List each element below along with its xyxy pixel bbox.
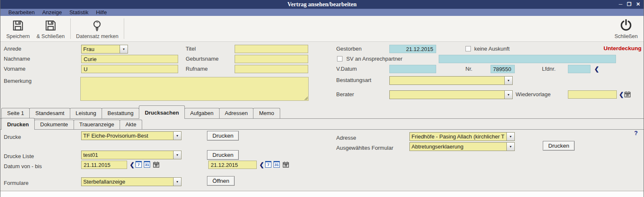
- lfdnr-input[interactable]: [568, 65, 590, 73]
- tab-memo[interactable]: Memo: [253, 108, 280, 118]
- calendar-icon[interactable]: [153, 161, 160, 168]
- geburtsname-label: Geburtsname: [186, 55, 219, 63]
- chevron-down-icon[interactable]: ▼: [120, 45, 128, 53]
- drucke-combobox[interactable]: TF Eiche-Provisorium-Best ▼: [81, 131, 181, 140]
- adresse-combobox[interactable]: Friedhöfe - Pasing Allach (kirchlicher T…: [409, 132, 515, 141]
- keine-auskunft-label: keine Auskunft: [474, 45, 510, 53]
- datum-von-input[interactable]: [81, 161, 127, 169]
- nr-label: Nr.: [465, 65, 473, 73]
- ausgewaehltes-formular-combobox[interactable]: Abtretungserklaerung ▼: [409, 142, 515, 151]
- previous-date-chevron-icon[interactable]: ❮: [619, 90, 624, 99]
- drucken-panel: Drucke TF Eiche-Provisorium-Best ▼ Druck…: [0, 130, 644, 191]
- main-tab-bar: Seite 1 Standesamt Leistung Bestattung D…: [0, 105, 644, 119]
- tab-dokumente[interactable]: Dokumente: [34, 120, 74, 129]
- chevron-down-icon[interactable]: ▼: [504, 91, 512, 99]
- tab-aufgaben[interactable]: Aufgaben: [184, 108, 220, 118]
- datum-von-bis-label: Datum von - bis: [4, 162, 42, 171]
- drucke-liste-label: Drucke Liste: [4, 152, 34, 161]
- tab-leistung[interactable]: Leistung: [70, 108, 102, 118]
- save-button-label: Speichern: [6, 33, 30, 39]
- keine-auskunft-checkbox[interactable]: [465, 46, 471, 51]
- previous-record-chevron-icon[interactable]: ❮: [594, 65, 599, 73]
- tab-adressen[interactable]: Adressen: [219, 108, 254, 118]
- formulare-oeffnen-button[interactable]: Öffnen: [207, 176, 235, 186]
- remember-record-button[interactable]: Datensatz merken: [73, 17, 122, 41]
- chevron-down-icon[interactable]: ▼: [506, 133, 514, 141]
- datum-bis-input[interactable]: [208, 161, 257, 169]
- sv-an-ansprechpartner-label: SV an Ansprechpartner: [346, 55, 402, 63]
- bestattungsart-combobox[interactable]: ▼: [389, 76, 513, 85]
- close-window-button-label: Schließen: [614, 33, 638, 39]
- calendar-week-icon[interactable]: 7: [135, 161, 142, 168]
- berater-combobox[interactable]: ▼: [389, 90, 513, 99]
- menu-bearbeiten[interactable]: Bearbeiten: [5, 9, 38, 16]
- save-button[interactable]: Speichern: [3, 17, 33, 41]
- tab-akte[interactable]: Akte: [120, 120, 142, 129]
- calendar-week-icon[interactable]: 7: [265, 161, 271, 168]
- tab-seite1[interactable]: Seite 1: [1, 108, 30, 118]
- chevron-down-icon[interactable]: ▼: [506, 143, 514, 151]
- close-window-button[interactable]: Schließen: [611, 17, 641, 41]
- bemerkung-textarea[interactable]: [80, 77, 309, 101]
- calendar-icon[interactable]: [624, 91, 631, 98]
- formulare-combobox[interactable]: Sterbefallanzeige ▼: [81, 177, 181, 186]
- minimize-icon[interactable]: ─: [619, 0, 623, 9]
- formulare-value: Sterbefallanzeige: [82, 178, 173, 186]
- drucke-liste-combobox[interactable]: test01 ▼: [81, 151, 181, 159]
- tab-drucksachen[interactable]: Drucksachen: [139, 105, 185, 119]
- calendar-month-icon[interactable]: 31: [273, 161, 280, 168]
- menu-statistik[interactable]: Statistik: [66, 9, 92, 16]
- person-form: Anrede Frau ▼ Nachname Vorname Bemerkung…: [0, 42, 644, 105]
- berater-value: [390, 91, 504, 99]
- close-icon[interactable]: ✕: [636, 0, 640, 9]
- nr-input[interactable]: [491, 65, 515, 73]
- floppy-disk-icon: [12, 19, 24, 33]
- calendar-icon[interactable]: [282, 161, 289, 168]
- adresse-value: Friedhöfe - Pasing Allach (kirchlicher T: [410, 133, 506, 141]
- tabs-area: Seite 1 Standesamt Leistung Bestattung D…: [0, 105, 644, 130]
- tab-standesamt[interactable]: Standesamt: [29, 108, 70, 118]
- vdatum-input[interactable]: [389, 65, 436, 73]
- chevron-down-icon[interactable]: ▼: [173, 178, 181, 186]
- chevron-down-icon[interactable]: ▼: [504, 77, 512, 84]
- sv-an-ansprechpartner-checkbox[interactable]: [337, 56, 342, 61]
- power-icon: [619, 18, 633, 33]
- menu-hilfe[interactable]: Hilfe: [92, 9, 110, 16]
- geburtsname-input[interactable]: [235, 55, 308, 63]
- previous-date-chevron-icon[interactable]: ❮: [259, 161, 264, 169]
- ausgewaehltes-formular-value: Abtretungserklaerung: [410, 143, 506, 151]
- nachname-input[interactable]: [81, 55, 178, 63]
- previous-date-chevron-icon[interactable]: ❮: [130, 161, 135, 169]
- vorname-input[interactable]: [81, 65, 178, 73]
- menu-anzeige[interactable]: Anzeige: [38, 9, 66, 16]
- wiedervorlage-label: Wiedervorlage: [516, 90, 551, 99]
- formular-drucken-button[interactable]: Drucken: [543, 141, 575, 151]
- gestorben-input[interactable]: [389, 45, 436, 53]
- tab-bestattung[interactable]: Bestattung: [102, 108, 139, 118]
- chevron-down-icon[interactable]: ▼: [173, 151, 181, 159]
- help-icon[interactable]: ?: [634, 130, 638, 136]
- chevron-down-icon[interactable]: ▼: [173, 132, 181, 140]
- resize-grip-icon[interactable]: [304, 96, 308, 100]
- window-title: Vertrag ansehen/bearbeiten: [287, 1, 357, 8]
- maximize-icon[interactable]: ❒: [627, 0, 631, 9]
- sub-tab-bar: Drucken Dokumente Traueranzeige Akte: [0, 119, 644, 130]
- tab-traueranzeige[interactable]: Traueranzeige: [74, 120, 120, 129]
- titel-input[interactable]: [235, 45, 308, 53]
- adresse-label: Adresse: [336, 134, 356, 142]
- drucke-label: Drucke: [4, 133, 21, 141]
- drucke-liste-value: test01: [82, 151, 173, 159]
- app-window: Vertrag ansehen/bearbeiten ─ ❒ ✕ Bearbei…: [0, 0, 644, 197]
- lightbulb-icon: [91, 19, 103, 33]
- sv-ansprechpartner-input[interactable]: [439, 55, 616, 63]
- floppy-disk-icon: [44, 19, 57, 33]
- calendar-month-icon[interactable]: 31: [144, 161, 150, 168]
- drucke-drucken-button[interactable]: Drucken: [207, 131, 239, 141]
- anrede-combobox[interactable]: Frau ▼: [81, 45, 128, 54]
- bestattungsart-label: Bestattungsart: [336, 76, 371, 84]
- tab-drucken[interactable]: Drucken: [1, 118, 35, 130]
- wiedervorlage-input[interactable]: [568, 90, 617, 99]
- liste-drucken-button[interactable]: Drucken: [207, 150, 239, 160]
- rufname-input[interactable]: [235, 65, 308, 73]
- save-and-close-button[interactable]: & Schließen: [33, 17, 68, 41]
